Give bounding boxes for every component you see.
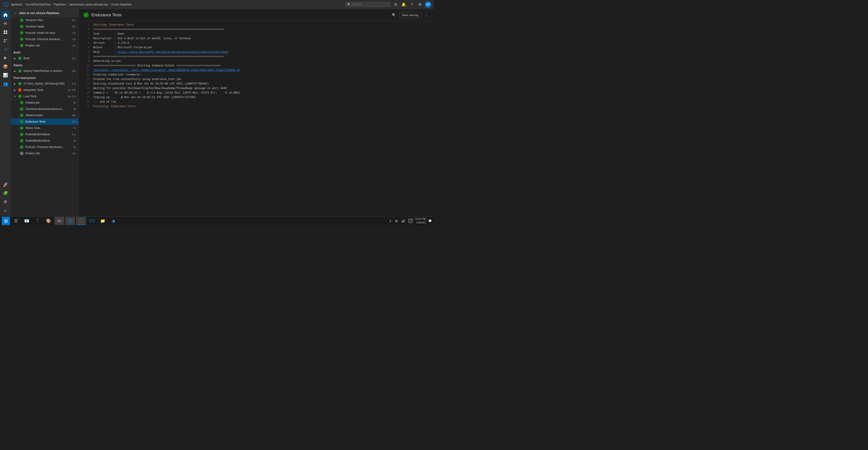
job-item-finalize2[interactable]: ✓ Finalize Job <1s (11, 150, 79, 157)
job-item-postjob-checkout2[interactable]: ✓ Post-job: Checkout atomkowic... 1s (11, 144, 79, 150)
sidebar-icon-members[interactable]: 👥 (1, 80, 9, 88)
sidebar-icon-boards[interactable] (1, 28, 9, 36)
breadcrumb-org[interactable]: agntomk (11, 3, 22, 6)
job-item-checkout-azure[interactable]: ✓ Checkout atomkowicz/azure-d... 4s (11, 106, 79, 112)
help-icon[interactable]: ? (409, 1, 415, 8)
taskbar-ide[interactable]: R# (54, 217, 64, 225)
sidebar-icon-mail[interactable]: ✉ (1, 20, 9, 28)
job-name: Deploy FakerRestApi to AppSer... (24, 69, 70, 73)
log-line: 11 /bin/bash --noprofile --norc /home/vs… (79, 68, 434, 73)
job-duration: 11s (72, 133, 76, 136)
taskbar: ⊞ ☰ 📧 T 🎨 R# ⬛ VS 📁 ◉ ∧ ⊞ 🔊 ENG PLP 12:0… (0, 216, 434, 225)
collapse-icon[interactable]: ▼ (13, 95, 16, 98)
sidebar-icon-gear[interactable]: ⚙ (1, 198, 9, 206)
top-bar-right: 🔍 ⊟ 🔔 ? ⚙ AT (345, 1, 431, 8)
breadcrumb-repo[interactable]: atomkowicz.azure-devops-qa (69, 3, 108, 6)
sidebar-icon-puzzle[interactable]: 🧩 (1, 189, 9, 197)
sidebar-icon-expand[interactable]: « (1, 206, 9, 215)
job-item-finalize1[interactable]: ✓ Finalize Job <1s (11, 43, 79, 49)
jobs-list: ✓ Terraform Plan 31s ✓ Terraform Apply 4… (11, 17, 79, 216)
sidebar-icon-home[interactable] (1, 11, 9, 19)
log-content[interactable]: 1 Starting: Endurance Tests 2 ==========… (79, 21, 434, 216)
expand-icon[interactable]: ▶ (13, 57, 16, 60)
taskbar-terminal[interactable]: ⬛ (76, 217, 86, 225)
breadcrumb-current[interactable]: Azure Pipelines (111, 3, 131, 6)
taskbar-time[interactable]: 12:01 PM 1/4/2021 (415, 217, 426, 224)
job-item-postjob-checkout1[interactable]: ✓ Post-job: Checkout atomkow... <1s (11, 36, 79, 43)
job-item-jmeter[interactable]: ✓ JMeterInstaller 19s (11, 112, 79, 118)
job-item-init-job[interactable]: ✓ Initialize job 2s (11, 100, 79, 106)
log-line: 7 Help : https://docs.microsoft.com/azur… (79, 50, 434, 55)
view-raw-log-button[interactable]: View raw log (399, 12, 421, 18)
job-item-stress-tests[interactable]: ✓ Stress Tests 7s (11, 125, 79, 131)
taskbar-teams[interactable]: T (33, 217, 42, 225)
sidebar-icon-test[interactable] (1, 54, 9, 62)
job-item-load-tests[interactable]: ▼ ✓ Load Tests 1m 11s (11, 93, 79, 100)
job-name: JMeterInstaller (25, 114, 70, 117)
more-options-button[interactable]: ⋮ (423, 12, 430, 18)
job-name: Finalize Job (25, 44, 70, 47)
job-status-success-icon: ✓ (20, 18, 24, 22)
settings-icon[interactable]: ⚙ (417, 1, 423, 8)
taskbar-explorer[interactable]: ☰ (11, 217, 21, 225)
content-header: ✓ Endurance Tests 🔍 View raw log ⋮ (79, 9, 434, 21)
taskbar-files[interactable]: 📁 (98, 217, 108, 225)
job-item-terraform-plan[interactable]: ✓ Terraform Plan 31s (11, 17, 79, 23)
job-status-success-icon: ✓ (18, 82, 22, 85)
notification-icon[interactable]: 💬 (428, 219, 432, 223)
search-input[interactable] (352, 3, 386, 6)
sidebar-icon-artifacts[interactable]: 📦 (1, 62, 9, 71)
help-link[interactable]: https://docs.microsoft.com/azure/devops/… (118, 51, 228, 54)
expand-icon[interactable]: ▶ (13, 82, 16, 85)
taskbar-vscode[interactable]: VS (87, 217, 97, 225)
search-icon: 🔍 (347, 3, 351, 6)
svg-line-11 (5, 40, 6, 42)
taskbar-network-icon[interactable]: ⊞ (394, 219, 399, 223)
job-duration: 7s (73, 126, 76, 130)
log-search-button[interactable]: 🔍 (391, 12, 397, 18)
back-button[interactable]: ← (13, 11, 17, 15)
job-item-publish-artifacts-2[interactable]: ✓ PublishBuildArtifacts 7s (11, 138, 79, 144)
breadcrumb-pipelines[interactable]: Pipelines (54, 3, 66, 6)
job-item-build[interactable]: ▶ ✓ Build 21s (11, 55, 79, 61)
job-status-success-icon: ✓ (20, 139, 24, 143)
job-item-postjob-ssh[interactable]: ✓ Post-job: Install ssh keys <1s (11, 30, 79, 36)
taskbar-chrome[interactable]: ◉ (108, 217, 119, 225)
app-logo[interactable]: A (3, 1, 9, 8)
job-name: Checkout atomkowicz/azure-d... (25, 107, 71, 111)
search-box[interactable]: 🔍 (345, 2, 391, 7)
job-item-deploy-faker[interactable]: ▶ ✓ Deploy FakerRestApi to AppSer... 39s (11, 68, 79, 74)
user-avatar[interactable]: AT (425, 1, 431, 8)
job-status-success-icon: ✓ (20, 133, 24, 136)
taskbar-chevron-up[interactable]: ∧ (388, 219, 392, 223)
taskbar-paint[interactable]: 🎨 (43, 217, 53, 225)
job-duration: <1s (72, 38, 76, 40)
log-line: 10 ========================== Starting C… (79, 64, 434, 68)
job-duration: <1s (72, 44, 76, 47)
sidebar-icon-analytics[interactable]: 📊 (1, 71, 9, 79)
log-line: 5 Version : 3.179.0 (79, 41, 434, 46)
start-button[interactable]: ⊞ (2, 217, 10, 225)
content-header-actions: 🔍 View raw log ⋮ (391, 12, 430, 18)
expand-icon[interactable]: ▶ (13, 69, 16, 72)
job-item-endurance-tests[interactable]: ✓ Endurance Tests 17s (11, 118, 79, 125)
layout-icon[interactable]: ⊟ (392, 1, 399, 8)
job-item-ui-tests[interactable]: ▶ ✓ UI Tests_Deploy_VM-finproj21952 17s (11, 80, 79, 87)
job-name: PublishBuildArtifacts (25, 133, 70, 136)
job-item-integration-tests[interactable]: ▶ ! Integration Tests 1m 13s (11, 87, 79, 93)
main-layout: ✉ 📦 📊 👥 🚀 (0, 9, 434, 216)
svg-point-7 (6, 39, 7, 40)
sidebar-icon-rocket[interactable]: 🚀 (1, 180, 9, 189)
bell-icon[interactable]: 🔔 (401, 1, 407, 8)
page-title: Endurance Tests (91, 13, 388, 18)
sidebar-icon-repos[interactable] (1, 37, 9, 45)
taskbar-azure-icon[interactable] (65, 217, 75, 225)
job-item-terraform-apply[interactable]: ✓ Terraform Apply 45s (11, 23, 79, 30)
taskbar-volume-icon[interactable]: 🔊 (401, 219, 406, 223)
log-line: 17 Tidying up ... @ Mon Jan 04 10:55:21 … (79, 95, 434, 100)
sidebar-icon-pipelines[interactable] (1, 45, 9, 54)
breadcrumb-project[interactable]: AzureDevOpsFinal (26, 3, 51, 6)
taskbar-mail[interactable]: 📧 (22, 217, 32, 225)
expand-icon[interactable]: ▶ (13, 89, 16, 91)
job-item-publish-artifacts-1[interactable]: ✓ PublishBuildArtifacts 11s (11, 131, 79, 138)
